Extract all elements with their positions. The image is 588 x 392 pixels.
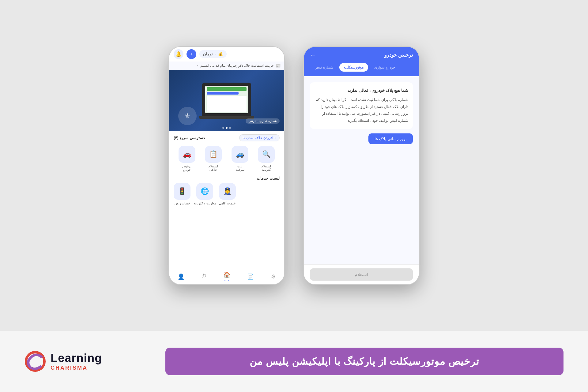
toman-icon: 💰 — [218, 52, 223, 56]
tab-motorcycle[interactable]: موتورسیکلت — [339, 63, 368, 72]
quick-access-title: دسترسی سریع (۴) — [174, 136, 205, 140]
inquiry-button[interactable]: استعلام — [310, 268, 413, 281]
add-favorite-button[interactable]: + افزودن علاقه مندی ها — [239, 134, 280, 141]
info-body: شماره پلاکی برای شما ثبت نشده است. اگر ا… — [315, 96, 408, 124]
quick-label-passport: استعلامگذرنامه — [262, 165, 271, 171]
carousel[interactable]: ⚜ شماره گذاری اینترنتی — [169, 70, 284, 131]
tab-car-label: خودرو سواری — [374, 65, 395, 69]
plus-icon: + — [190, 51, 193, 57]
quick-label-release: ترخیصخودرو — [182, 165, 191, 171]
toman-badge: 💰 ۰ تومان — [199, 50, 227, 58]
bell-icon: 🔔 — [175, 51, 182, 57]
carousel-label: شماره گذاری اینترنتی — [246, 118, 280, 124]
passport-icon: 🔍 — [258, 146, 275, 163]
plus-icon-fav: + — [274, 136, 276, 140]
dot-3[interactable] — [229, 127, 231, 129]
nav-profile[interactable]: 👤 — [178, 273, 184, 280]
title-banner-text: ترخیص موتورسیکلت از پارکینگ با اپلیکیشن … — [250, 356, 479, 367]
settings-icon: ⚙ — [271, 273, 276, 280]
logo-learning-text: Learning — [51, 352, 102, 365]
service-passport[interactable]: 🌐 معاونت و گذرنامه — [194, 183, 216, 205]
toman-amount: ۰ تومان — [203, 52, 216, 56]
tab-receipt[interactable]: شماره قبض — [310, 63, 338, 72]
phone-nav: 👤 ⏱ 🏠 خانه 📄 ⚙ — [169, 269, 284, 284]
right-header: ترخیص خودرو ← — [304, 47, 419, 63]
quick-item-violation[interactable]: 📋 استعلامخلافی — [205, 146, 222, 171]
nav-settings[interactable]: ⚙ — [271, 273, 276, 280]
home-label: خانه — [224, 279, 229, 282]
services-title: لیست خدمات — [174, 176, 280, 181]
tab-car[interactable]: خودرو سواری — [370, 63, 399, 72]
main-content: 💰 ۰ تومان + 🔔 📰 حرمت استقامت خاک دلاورخی… — [0, 0, 588, 331]
news-text: حرمت استقامت خاک دلاورخیزمان تمام قد می … — [200, 64, 274, 68]
notification-button[interactable]: 🔔 — [174, 49, 183, 59]
release-icon: 🚗 — [179, 146, 195, 163]
right-header-title: ترخیص خودرو — [384, 52, 413, 58]
logo-charisma-text: CHARISMA — [51, 365, 102, 371]
quick-access-header: + افزودن علاقه مندی ها دسترسی سریع (۴) — [169, 131, 284, 144]
add-button[interactable]: + — [187, 49, 196, 59]
home-icon: 🏠 — [224, 271, 230, 278]
police-emblem: ⚜ — [178, 107, 197, 125]
quick-item-release[interactable]: 🚗 ترخیصخودرو — [179, 146, 195, 171]
left-phone: 💰 ۰ تومان + 🔔 📰 حرمت استقامت خاک دلاورخی… — [168, 46, 285, 285]
bottom-banner: Learning CHARISMA ترخیص موتورسیکلت از پا… — [0, 331, 588, 392]
theft-icon: 🚙 — [232, 146, 248, 163]
rahvar-icon: 🚦 — [174, 183, 190, 200]
quick-label-theft: ثبتسرقت — [236, 165, 244, 171]
nav-home[interactable]: 🏠 خانه — [224, 271, 230, 282]
title-banner: ترخیص موتورسیکلت از پارکینگ با اپلیکیشن … — [165, 348, 564, 375]
quick-item-passport[interactable]: 🔍 استعلامگذرنامه — [258, 146, 275, 171]
news-ticker: 📰 حرمت استقامت خاک دلاورخیزمان تمام قد م… — [169, 62, 284, 70]
service-rahvar[interactable]: 🚦 خدمات راهور — [174, 183, 190, 205]
agahi-icon: 👮 — [219, 183, 236, 200]
dot-1[interactable] — [222, 127, 224, 129]
tab-bar: خودرو سواری موتورسیکلت شماره قبض — [304, 63, 419, 76]
laptop-icon — [202, 83, 251, 116]
update-plates-button[interactable]: بروز رسانی پلاک ها — [368, 133, 413, 144]
logo-section: Learning CHARISMA — [24, 351, 153, 372]
history-icon: ⏱ — [201, 273, 207, 280]
quick-label-violation: استعلامخلافی — [209, 165, 218, 171]
quick-item-theft[interactable]: 🚙 ثبتسرقت — [232, 146, 248, 171]
services-section: لیست خدمات 👮 خدمات آگاهی 🌐 معاونت و گذرن… — [169, 174, 284, 207]
logo-text-section: Learning CHARISMA — [51, 352, 102, 371]
agahi-label: خدمات آگاهی — [219, 202, 236, 205]
right-phone: ترخیص خودرو ← خودرو سواری موتورسیکلت شما… — [303, 46, 420, 285]
nav-documents[interactable]: 📄 — [247, 273, 254, 280]
carousel-image: ⚜ شماره گذاری اینترنتی — [169, 70, 284, 131]
rahvar-label: خدمات راهور — [174, 202, 190, 205]
violation-icon: 📋 — [205, 146, 222, 163]
passport-service-icon: 🌐 — [196, 183, 213, 200]
services-grid: 👮 خدمات آگاهی 🌐 معاونت و گذرنامه 🚦 خدمات… — [174, 183, 280, 205]
right-bottom: استعلام — [304, 264, 419, 284]
dot-2[interactable] — [226, 127, 228, 129]
documents-icon: 📄 — [247, 273, 254, 280]
info-block: شما هیچ پلاک خودروی ، فعالی ندارید شماره… — [310, 82, 413, 129]
profile-icon: 👤 — [178, 273, 184, 280]
service-agahi[interactable]: 👮 خدمات آگاهی — [219, 183, 236, 205]
nav-history[interactable]: ⏱ — [201, 273, 207, 280]
carousel-dots — [222, 127, 231, 129]
tab-receipt-label: شماره قبض — [315, 65, 333, 69]
quick-access-grid: 🔍 استعلامگذرنامه 🚙 ثبتسرقت 📋 استعلامخلاف… — [169, 144, 284, 174]
passport-service-label: معاونت و گذرنامه — [194, 202, 216, 205]
tab-motorcycle-label: موتورسیکلت — [344, 65, 364, 69]
right-content: شما هیچ پلاک خودروی ، فعالی ندارید شماره… — [304, 76, 419, 264]
info-title: شما هیچ پلاک خودروی ، فعالی ندارید — [315, 87, 408, 94]
chevron-icon: › — [197, 64, 198, 67]
charisma-logo-icon — [24, 351, 46, 372]
add-favorite-label: افزودن علاقه مندی ها — [243, 136, 273, 140]
phone-top-bar: 💰 ۰ تومان + 🔔 — [169, 47, 284, 62]
back-button[interactable]: ← — [310, 51, 316, 58]
news-icon: 📰 — [276, 63, 281, 68]
